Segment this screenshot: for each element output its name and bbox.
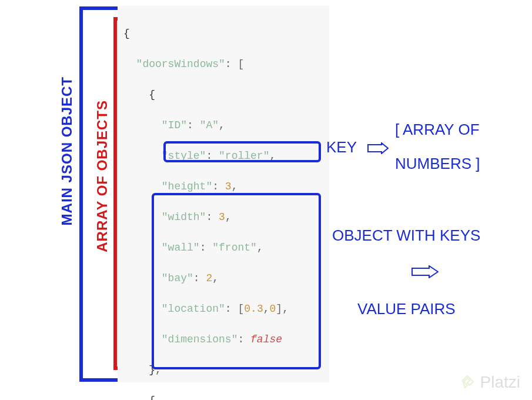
objA-width-val: 3 [219,211,225,223]
objA-bay-val: 2 [206,272,212,284]
punct-comma: , [155,364,162,376]
punct-comma: , [232,181,238,192]
label-key: KEY [326,138,357,156]
punct-comma: , [269,150,276,162]
label-array-of-numbers-line1: [ ARRAY OF [395,121,480,139]
label-array-of-numbers-line2: NUMBERS ] [395,155,480,173]
punct-comma: , [257,242,263,254]
objA-close: } [149,364,155,376]
key-doorsWindows: "doorsWindows" [136,58,225,70]
bracket-open: [ [237,58,244,70]
objA-height-val: 3 [225,181,232,192]
arrow-right-icon [367,142,389,154]
punct-comma: , [282,303,289,315]
label-main-json-object: MAIN JSON OBJECT [59,76,75,225]
objA-loc-1: 0 [270,303,276,315]
objB-open: { [149,395,155,400]
watermark-text: Platzi [480,373,520,392]
punct-colon: : [225,303,232,315]
punct-colon: : [237,334,244,345]
objA-height-key: "height" [162,181,212,192]
objA-wall-key: "wall" [162,242,200,254]
label-object-with-keys: OBJECT WITH KEYS [332,226,480,245]
punct-colon: : [193,272,200,284]
objA-open: { [149,89,155,101]
punct-colon: : [206,150,212,162]
objA-bay-key: "bay" [162,272,193,284]
punct-colon: : [225,58,232,70]
json-code-block: { "doorsWindows": [ { "ID": "A", "style"… [118,6,329,382]
objA-dims-val: false [250,334,282,345]
platzi-logo-icon [459,374,477,391]
label-value-pairs: VALUE PAIRS [357,300,456,318]
punct-colon: : [200,242,206,254]
watermark: Platzi [459,373,520,392]
objA-loc-0: 0.3 [244,303,263,315]
punct-colon: : [187,119,193,131]
punct-comma: , [225,211,232,223]
objA-dims-key: "dimensions" [162,334,238,345]
punct-comma: , [212,272,219,284]
objA-style-key: "style" [162,150,206,162]
punct-colon: : [206,211,212,223]
arrow-right-icon [411,265,439,278]
objA-style-val: "roller" [219,150,269,162]
punct-comma: , [219,119,225,131]
punct-colon: : [212,181,219,192]
objA-id-val: "A" [200,119,219,131]
objA-id-key: "ID" [162,119,187,131]
brace-open: { [123,28,130,39]
loc-bracket-close: ] [276,303,282,315]
objA-width-key: "width" [162,211,206,223]
loc-bracket-open: [ [237,303,244,315]
punct-comma: , [263,303,270,315]
objA-wall-val: "front" [212,242,257,254]
objA-location-key: "location" [162,303,225,315]
